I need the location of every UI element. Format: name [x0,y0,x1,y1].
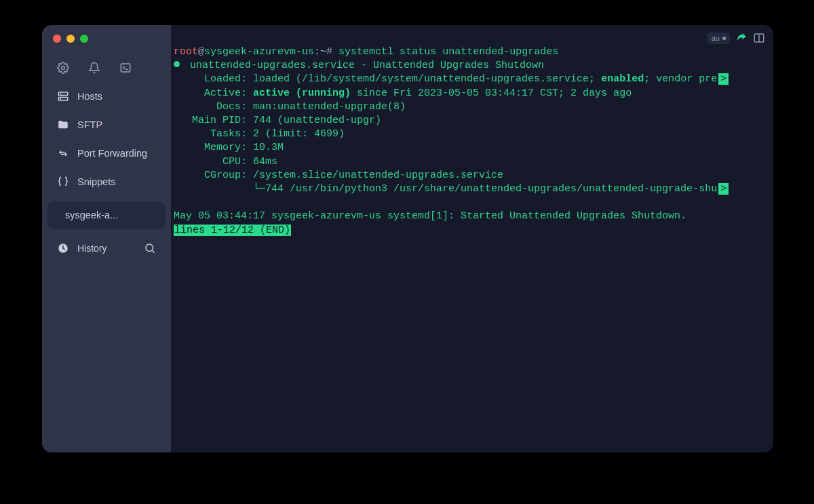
loaded-enabled: enabled [601,73,644,85]
docs-label: Docs: [174,101,253,113]
pager-status: lines 1-12/12 (END) [174,225,291,236]
history-section[interactable]: History [47,234,166,263]
tasks-label: Tasks: [174,128,253,140]
line-overflow-indicator: > [718,183,729,195]
svg-point-0 [62,66,65,70]
nav-item-label: Port Forwarding [77,148,147,159]
terminal-output[interactable]: root@sysgeek-azurevm-us:~# systemctl sta… [171,25,773,452]
active-state: active (running) [253,88,351,99]
prompt-host: sysgeek-azurevm-us [204,46,314,58]
bell-icon[interactable] [88,62,100,74]
journal-log-line: May 05 03:44:17 sysgeek-azurevm-us syste… [174,210,686,222]
nav-item-hosts[interactable]: Hosts [47,82,166,111]
sidebar: Hosts SFTP Port Forwarding [42,25,171,452]
status-unit-line: unattended-upgrades.service - Unattended… [174,60,544,71]
share-icon[interactable] [735,32,748,44]
toolbar-chip[interactable]: au [708,33,730,44]
mainpid-label: Main PID: [174,115,253,126]
toolbar-chip-label: au [712,35,720,42]
window-controls [42,25,171,47]
nav-item-snippets[interactable]: Snippets [47,168,166,196]
window-minimize-button[interactable] [66,35,75,43]
server-icon [57,90,69,102]
braces-icon [57,176,69,188]
loaded-tail: ; vendor pre [644,73,717,85]
svg-point-11 [146,244,153,252]
svg-point-4 [60,94,61,94]
loaded-value: loaded (/lib/systemd/system/unattended-u… [253,73,601,85]
nav-item-label: Snippets [77,176,115,187]
prompt-colon: : [314,46,320,58]
status-dot-icon [174,61,180,67]
split-panes-icon[interactable] [753,32,765,44]
nav-item-label: Hosts [77,91,102,102]
nav-item-label: SFTP [77,119,102,130]
app-window: Hosts SFTP Port Forwarding [42,25,773,452]
nav-item-portforwarding[interactable]: Port Forwarding [47,139,166,168]
cgroup-value: /system.slice/unattended-upgrades.servic… [253,170,503,181]
memory-label: Memory: [174,142,253,153]
active-tail: since Fri 2023-05-05 03:44:17 CST; 2 day… [351,88,632,99]
status-dot-icon [722,37,726,40]
terminal-toolbar: au [708,32,765,44]
nav-item-sftp[interactable]: SFTP [47,111,166,139]
active-label: Active: [174,88,253,99]
cgroup-label: CGroup: [174,170,253,181]
search-icon[interactable] [144,242,156,254]
tasks-value: 2 (limit: 4699) [253,128,345,140]
prompt-at: @ [198,46,204,58]
terminal-panel: au root@sysgeek-azurevm-us:~# systemctl … [171,25,773,452]
session-tabs: sysgeek-a... [42,200,171,230]
clock-icon [57,242,69,254]
cpu-label: CPU: [174,156,253,168]
sidebar-toprow [42,47,171,78]
window-maximize-button[interactable] [80,35,88,43]
terminal-icon[interactable] [119,62,132,74]
history-label: History [77,243,107,254]
svg-point-5 [60,98,61,99]
settings-icon[interactable] [57,62,69,74]
cgroup-tree: └─744 /usr/bin/python3 /usr/share/unatte… [174,183,717,195]
session-tab-label: sysgeek-a... [65,210,118,220]
command-text: systemctl status unattended-upgrades [338,46,558,58]
prompt-hash: # [326,46,338,58]
mainpid-value: 744 (unattended-upgr) [253,115,381,126]
docs-value: man:unattended-upgrade(8) [253,101,406,113]
memory-value: 10.3M [253,142,284,153]
line-overflow-indicator: > [718,73,729,85]
session-tab-active[interactable]: sysgeek-a... [47,201,166,229]
loaded-label: Loaded: [174,73,253,85]
folder-icon [57,119,69,131]
prompt-cwd: ~ [320,46,326,58]
cpu-value: 64ms [253,156,277,168]
arrows-icon [57,147,69,159]
prompt-user: root [174,46,198,58]
window-close-button[interactable] [53,35,61,43]
svg-rect-1 [121,64,130,72]
nav-list: Hosts SFTP Port Forwarding [42,78,171,200]
